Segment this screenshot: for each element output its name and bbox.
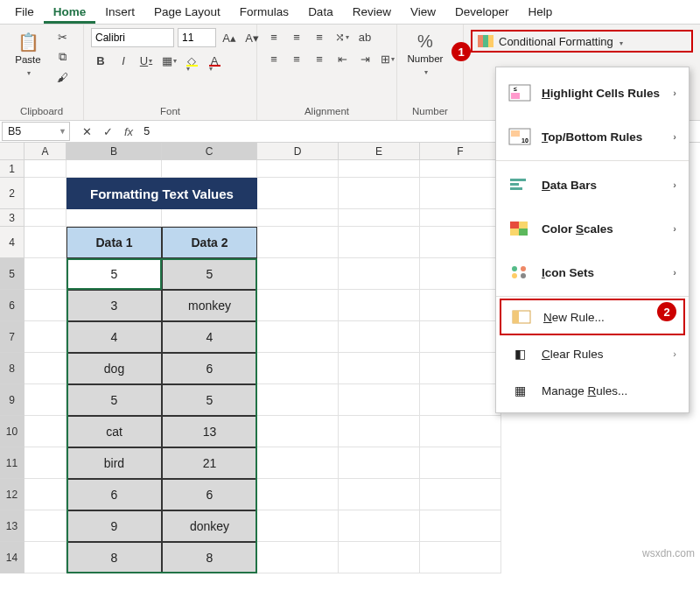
tab-home[interactable]: Home (44, 1, 96, 24)
cf-highlight-cells-rules[interactable]: ≤ Highlight Cells Rules › (496, 71, 689, 115)
cf-data-bars[interactable]: Data Bars › (496, 163, 689, 207)
column-header-A[interactable]: A (24, 143, 66, 160)
cell-B11[interactable]: bird (66, 447, 162, 479)
underline-button[interactable]: U (136, 52, 156, 69)
border-button[interactable]: ▦ (159, 52, 178, 69)
cf-clear-rules[interactable]: ◧ Clear Rules › (496, 335, 689, 372)
cf-item-label: Data Bars (542, 179, 662, 192)
row-header-2[interactable]: 2 (0, 178, 24, 209)
cf-color-scales[interactable]: Color Scales › (496, 207, 689, 250)
tab-file[interactable]: File (5, 1, 44, 23)
cell-C14[interactable]: 8 (162, 542, 257, 573)
font-size-input[interactable] (178, 28, 216, 47)
orientation-button[interactable]: ⤭ (332, 28, 352, 46)
row-header-8[interactable]: 8 (0, 353, 24, 384)
font-color-button[interactable]: A (205, 52, 224, 69)
cf-new-rule[interactable]: New Rule... 2 (500, 299, 685, 335)
formula-input[interactable]: 5 (138, 125, 150, 137)
merge-button[interactable]: ⊞ (378, 50, 397, 67)
row-header-9[interactable]: 9 (0, 384, 24, 416)
cell-C12[interactable]: 6 (162, 479, 257, 510)
fill-color-button[interactable]: ◇ (182, 52, 201, 69)
align-middle-button[interactable]: ≡ (287, 28, 306, 46)
wrap-text-button[interactable]: ab (355, 28, 374, 46)
column-header-B[interactable]: B (66, 143, 162, 160)
align-center-button[interactable]: ≡ (287, 50, 306, 67)
fx-icon[interactable]: fx (124, 125, 138, 138)
chevron-right-icon: › (673, 348, 676, 359)
cut-button[interactable]: ✂ (52, 28, 72, 46)
tab-view[interactable]: View (401, 1, 445, 23)
bold-button[interactable]: B (91, 52, 110, 69)
copy-button[interactable]: ⧉ (52, 48, 72, 66)
align-bottom-button[interactable]: ≡ (310, 28, 329, 46)
row-header-11[interactable]: 11 (0, 447, 24, 479)
cf-icon-sets[interactable]: Icon Sets › (496, 250, 689, 294)
chevron-right-icon: › (673, 179, 676, 190)
select-all-corner[interactable] (0, 143, 24, 160)
cf-manage-rules[interactable]: ▦ Manage Rules... (496, 372, 689, 409)
cell-B13[interactable]: 9 (66, 510, 162, 542)
format-painter-button[interactable]: 🖌 (52, 68, 72, 86)
cell-B4[interactable]: Data 1 (66, 227, 162, 258)
row-header-7[interactable]: 7 (0, 321, 24, 353)
tab-help[interactable]: Help (519, 1, 563, 23)
column-header-F[interactable]: F (420, 143, 501, 160)
cell-B8[interactable]: dog (66, 353, 162, 384)
cell-C13[interactable]: donkey (162, 510, 257, 542)
cf-top-bottom-rules[interactable]: 10 Top/Bottom Rules › (496, 115, 689, 158)
column-header-C[interactable]: C (162, 143, 257, 160)
cell-B7[interactable]: 4 (66, 321, 162, 353)
cell-C9[interactable]: 5 (162, 384, 257, 416)
font-name-input[interactable] (91, 28, 174, 47)
cell-B5[interactable]: 5 (66, 258, 162, 290)
cell-C10[interactable]: 13 (162, 416, 257, 447)
increase-font-button[interactable]: A▴ (220, 29, 239, 46)
number-format-button[interactable]: % Number (404, 28, 446, 76)
cell-C11[interactable]: 21 (162, 447, 257, 479)
column-header-E[interactable]: E (339, 143, 420, 160)
decrease-indent-button[interactable]: ⇤ (332, 50, 352, 67)
chevron-right-icon: › (673, 223, 676, 234)
row-header-6[interactable]: 6 (0, 290, 24, 321)
row-header-1[interactable]: 1 (0, 160, 24, 178)
row-header-14[interactable]: 14 (0, 542, 24, 573)
align-top-button[interactable]: ≡ (264, 28, 284, 46)
tab-data[interactable]: Data (298, 1, 343, 23)
row-header-5[interactable]: 5 (0, 258, 24, 290)
chevron-right-icon: › (673, 267, 676, 278)
cell-C8[interactable]: 6 (162, 353, 257, 384)
row-header-10[interactable]: 10 (0, 416, 24, 447)
cell-B6[interactable]: 3 (66, 290, 162, 321)
increase-indent-button[interactable]: ⇥ (355, 50, 374, 67)
name-box[interactable]: B5▼ (2, 122, 70, 141)
enter-formula-button[interactable]: ✓ (98, 123, 117, 140)
align-right-button[interactable]: ≡ (310, 50, 329, 67)
cancel-formula-button[interactable]: ✕ (77, 123, 96, 140)
row-header-3[interactable]: 3 (0, 209, 24, 227)
cell-B9[interactable]: 5 (66, 384, 162, 416)
paste-button[interactable]: 📋 Paste (7, 28, 49, 77)
align-left-button[interactable]: ≡ (264, 50, 284, 67)
row-header-12[interactable]: 12 (0, 479, 24, 510)
tab-insert[interactable]: Insert (95, 1, 144, 23)
cell-C7[interactable]: 4 (162, 321, 257, 353)
cell-C6[interactable]: monkey (162, 290, 257, 321)
cell-C5[interactable]: 5 (162, 258, 257, 290)
column-header-D[interactable]: D (257, 143, 339, 160)
italic-button[interactable]: I (114, 52, 133, 69)
cell-B12[interactable]: 6 (66, 479, 162, 510)
cell-C4[interactable]: Data 2 (162, 227, 257, 258)
cell-B2[interactable]: Formatting Text Values (66, 178, 257, 209)
row-header-13[interactable]: 13 (0, 510, 24, 542)
conditional-formatting-button[interactable]: Conditional Formatting 1 (471, 30, 693, 53)
row-header-4[interactable]: 4 (0, 227, 24, 258)
tab-developer[interactable]: Developer (445, 1, 519, 23)
svg-rect-11 (510, 229, 519, 236)
tab-formulas[interactable]: Formulas (230, 1, 298, 23)
cell-B10[interactable]: cat (66, 416, 162, 447)
tab-review[interactable]: Review (343, 1, 401, 23)
tab-pagelayout[interactable]: Page Layout (144, 1, 230, 23)
cf-item-label: Clear Rules (542, 348, 662, 361)
cell-B14[interactable]: 8 (66, 542, 162, 573)
